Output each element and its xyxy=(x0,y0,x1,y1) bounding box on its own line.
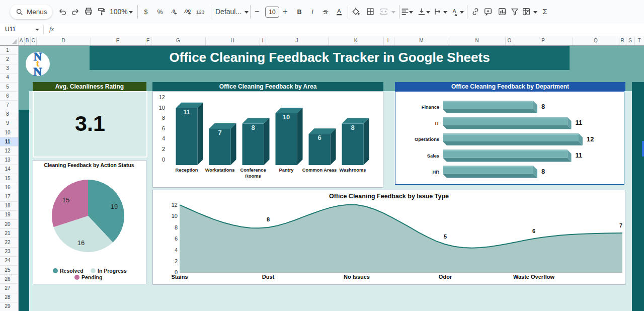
svg-text:12: 12 xyxy=(172,202,178,208)
svg-text:12: 12 xyxy=(587,135,594,143)
svg-text:I: I xyxy=(311,9,313,16)
svg-text:Sales: Sales xyxy=(427,153,439,159)
svg-text:Reception: Reception xyxy=(176,168,198,173)
svg-text:Conference: Conference xyxy=(240,168,266,173)
svg-text:12: 12 xyxy=(159,94,165,100)
svg-text:5: 5 xyxy=(444,234,447,240)
svg-text:4: 4 xyxy=(162,135,165,141)
svg-text:In Progress: In Progress xyxy=(98,268,127,274)
svg-text:No Issues: No Issues xyxy=(344,274,370,280)
svg-text:11: 11 xyxy=(576,151,583,159)
svg-text:2: 2 xyxy=(162,146,165,152)
svg-text:8: 8 xyxy=(351,124,354,131)
svg-text:8: 8 xyxy=(251,124,255,131)
svg-text:6: 6 xyxy=(162,125,165,131)
svg-text:Stains: Stains xyxy=(171,274,188,280)
svg-text:HR: HR xyxy=(433,170,440,175)
svg-text:4: 4 xyxy=(175,247,178,253)
svg-text:Pantry: Pantry xyxy=(279,168,294,173)
svg-text:10: 10 xyxy=(159,105,165,111)
svg-text:Washrooms: Washrooms xyxy=(340,168,366,173)
svg-text:0: 0 xyxy=(162,157,165,163)
svg-text:$: $ xyxy=(144,9,147,16)
svg-text:Finance: Finance xyxy=(422,105,439,110)
svg-text:IT: IT xyxy=(435,121,440,126)
svg-text:11: 11 xyxy=(183,108,190,116)
svg-text:Office Cleaning Feedback by Is: Office Cleaning Feedback by Issue Type xyxy=(329,193,449,200)
svg-text:16: 16 xyxy=(77,239,85,247)
svg-text:8: 8 xyxy=(162,115,165,121)
svg-text:Resolved: Resolved xyxy=(60,268,84,274)
svg-text:8: 8 xyxy=(175,224,178,230)
svg-text:A: A xyxy=(337,8,341,14)
svg-text:Operations: Operations xyxy=(415,137,439,142)
svg-text:8: 8 xyxy=(267,216,270,222)
svg-text:7: 7 xyxy=(218,129,221,136)
svg-text:6: 6 xyxy=(317,134,321,141)
svg-text:Rooms: Rooms xyxy=(245,174,261,179)
svg-text:B: B xyxy=(297,9,301,16)
svg-text:7: 7 xyxy=(619,222,622,228)
svg-text:2: 2 xyxy=(175,258,178,264)
svg-text:Cleaning Feedback by Action St: Cleaning Feedback by Action Status xyxy=(44,163,134,168)
svg-text:15: 15 xyxy=(62,196,69,204)
svg-text:6: 6 xyxy=(532,228,535,234)
svg-text:8: 8 xyxy=(541,103,545,110)
svg-text:Common Areas: Common Areas xyxy=(302,168,337,173)
svg-text:8: 8 xyxy=(541,168,545,175)
svg-text:Pending: Pending xyxy=(82,274,102,280)
svg-text:%: % xyxy=(157,9,163,16)
svg-text:11: 11 xyxy=(576,119,583,126)
svg-text:Σ: Σ xyxy=(542,8,547,16)
svg-text:.0: .0 xyxy=(171,8,176,14)
svg-text:Dust: Dust xyxy=(262,274,275,280)
svg-text:Odor: Odor xyxy=(439,274,452,280)
svg-text:19: 19 xyxy=(111,203,118,210)
svg-text:Waste Overflow: Waste Overflow xyxy=(513,274,555,280)
svg-text:Workstations: Workstations xyxy=(205,168,235,173)
svg-text:A: A xyxy=(453,8,457,14)
svg-text:10: 10 xyxy=(172,213,178,219)
svg-text:123: 123 xyxy=(196,9,205,15)
svg-text:10: 10 xyxy=(283,113,290,121)
svg-text:6: 6 xyxy=(175,236,178,242)
